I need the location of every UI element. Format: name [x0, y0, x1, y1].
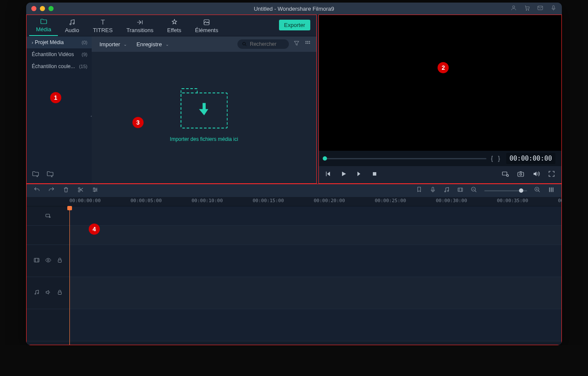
step-forward-button[interactable]	[356, 170, 363, 179]
undo-icon[interactable]	[33, 186, 40, 195]
tab-effects[interactable]: Effets	[160, 16, 188, 36]
track-lane[interactable]	[69, 206, 561, 225]
audio-track-icon	[33, 289, 40, 297]
media-sidebar: ›Projet Média (0) Échantillon Vidéos (9)…	[27, 36, 92, 183]
voiceover-icon[interactable]	[429, 186, 436, 195]
ruler-tick: 00:00:35:00	[497, 198, 528, 203]
record-dropdown[interactable]: Enregistre ⌄	[134, 39, 171, 49]
titlebar-actions	[510, 5, 557, 12]
visibility-toggle-icon[interactable]	[45, 257, 51, 265]
mute-toggle-icon[interactable]	[45, 289, 51, 297]
render-preview-icon[interactable]	[457, 186, 464, 195]
play-button[interactable]	[340, 170, 347, 179]
lock-toggle-icon[interactable]	[57, 289, 63, 297]
sidebar-item-sample-colors[interactable]: Échantillon coule... (15)	[27, 60, 92, 72]
timeline-view-icon[interactable]	[548, 186, 555, 195]
tab-elements[interactable]: Éléments	[188, 16, 225, 36]
in-out-markers-icon[interactable]: { }	[491, 155, 501, 162]
tab-media[interactable]: Média	[29, 15, 58, 36]
account-icon[interactable]	[510, 5, 517, 12]
export-button[interactable]: Exporter	[279, 20, 310, 30]
library-panel: Média Audio TITRES Transitions Effets	[26, 15, 317, 184]
preview-viewport	[319, 15, 561, 151]
record-label: Enregistre	[136, 41, 162, 48]
sidebar-item-count: (0)	[82, 40, 87, 45]
audio-mixer-icon[interactable]	[443, 186, 450, 195]
playhead[interactable]	[69, 206, 70, 345]
snapshot-icon[interactable]	[517, 170, 525, 179]
tab-audio[interactable]: Audio	[58, 16, 86, 36]
import-dropdown[interactable]: Importer ⌄	[97, 39, 129, 49]
tab-titles[interactable]: TITRES	[86, 16, 120, 36]
svg-rect-32	[549, 188, 550, 192]
view-grid-icon[interactable]	[304, 40, 311, 48]
step-back-button[interactable]	[325, 170, 332, 179]
annotation-badge-1: 1	[50, 92, 61, 103]
zoom-slider-thumb[interactable]	[519, 188, 523, 193]
svg-point-1	[526, 10, 527, 11]
sidebar-item-project-media[interactable]: ›Projet Média (0)	[27, 36, 92, 48]
search-box[interactable]	[237, 39, 289, 49]
zoom-in-icon[interactable]	[534, 186, 541, 195]
fullscreen-icon[interactable]	[548, 170, 555, 179]
edit-settings-icon[interactable]	[92, 186, 99, 195]
svg-rect-35	[45, 214, 49, 217]
filter-icon[interactable]	[293, 40, 300, 48]
timeline-ruler[interactable]: 00:00:00:0000:00:05:0000:00:10:0000:00:1…	[27, 197, 561, 206]
marker-icon[interactable]	[416, 186, 423, 195]
volume-icon[interactable]	[532, 170, 540, 179]
svg-point-24	[96, 189, 97, 191]
download-arrow-icon	[198, 102, 210, 119]
track-row-spacer	[27, 226, 561, 245]
tab-label: Média	[36, 26, 51, 33]
svg-rect-41	[58, 292, 61, 294]
zoom-out-icon[interactable]	[471, 186, 477, 195]
svg-rect-36	[34, 258, 39, 262]
track-lane[interactable]	[69, 277, 561, 309]
svg-point-40	[37, 292, 39, 294]
svg-rect-29	[458, 188, 463, 191]
chevron-down-icon: ⌄	[123, 42, 127, 47]
search-icon	[242, 41, 247, 48]
stop-button[interactable]	[371, 170, 378, 179]
sidebar-item-sample-videos[interactable]: Échantillon Vidéos (9)	[27, 48, 92, 60]
cart-icon[interactable]	[524, 5, 530, 12]
titlebar: Untitled - Wondershare Filmora9	[26, 3, 562, 15]
svg-point-10	[307, 41, 308, 42]
redo-icon[interactable]	[48, 186, 55, 195]
ruler-tick: 00:00:40:00	[558, 198, 562, 203]
add-track-button[interactable]	[27, 206, 69, 225]
tab-label: Effets	[167, 27, 181, 33]
track-row-empty	[27, 309, 561, 341]
svg-rect-4	[553, 6, 555, 9]
delete-folder-icon[interactable]	[46, 170, 54, 179]
track-row-audio	[27, 277, 561, 309]
preview-scrubber[interactable]	[325, 158, 486, 159]
track-row-video	[27, 245, 561, 277]
new-folder-icon[interactable]	[32, 170, 39, 179]
split-icon[interactable]	[77, 186, 84, 195]
delete-icon[interactable]	[63, 186, 69, 195]
quality-settings-icon[interactable]	[501, 170, 509, 179]
svg-point-6	[73, 23, 74, 24]
import-dropzone[interactable]: Importer des fichiers média ici	[170, 93, 238, 142]
svg-point-14	[309, 43, 310, 44]
message-icon[interactable]	[537, 5, 543, 12]
track-lane[interactable]	[69, 245, 561, 277]
scrubber-handle[interactable]	[323, 156, 327, 161]
lock-toggle-icon[interactable]	[57, 257, 63, 265]
timeline-toolbar-right	[416, 186, 555, 195]
sidebar-item-count: (15)	[79, 64, 87, 69]
svg-point-9	[306, 41, 306, 42]
tab-transitions[interactable]: Transitions	[120, 16, 160, 36]
svg-point-2	[528, 10, 529, 11]
search-input[interactable]	[250, 41, 285, 47]
track-lane[interactable]	[69, 226, 561, 245]
mic-icon[interactable]	[550, 5, 557, 12]
track-lane[interactable]	[69, 309, 561, 341]
sidebar-item-label: Échantillon Vidéos	[32, 51, 74, 57]
svg-rect-3	[538, 6, 543, 10]
zoom-slider[interactable]	[484, 190, 527, 191]
video-track-icon	[33, 257, 40, 265]
app-window: Untitled - Wondershare Filmora9 Média Au…	[26, 3, 562, 345]
